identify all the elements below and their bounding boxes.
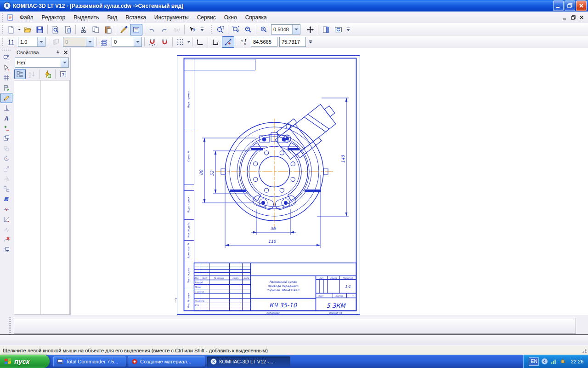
- coordinate-second-field[interactable]: 75.7317: [279, 37, 306, 47]
- zoom-in-out-button[interactable]: [242, 24, 254, 35]
- drawing-sheet[interactable]: Перв. примен. Справ. № Подп. и дата Инв.…: [71, 48, 588, 315]
- copy-properties-button[interactable]: [118, 24, 130, 35]
- properties-selector-arrow[interactable]: [61, 58, 68, 67]
- measure-tool[interactable]: [0, 52, 12, 63]
- minimize-button[interactable]: [553, 0, 564, 11]
- property-bar-field[interactable]: [14, 318, 576, 334]
- network-signal-icon[interactable]: [550, 358, 557, 365]
- state-toolbar-overflow-icon[interactable]: [307, 37, 313, 47]
- zoom-frame-button[interactable]: [214, 24, 226, 35]
- resize-grip[interactable]: [581, 347, 587, 354]
- pencil-edit-tool[interactable]: [0, 93, 12, 103]
- copies-count-combo[interactable]: 0: [63, 37, 94, 47]
- view-toolbar-overflow-icon[interactable]: [345, 24, 351, 35]
- panel-help-button[interactable]: [57, 69, 69, 79]
- zoom-scale-combo[interactable]: 0.5048: [271, 24, 300, 34]
- save-button[interactable]: [34, 24, 46, 35]
- properties-panel-body[interactable]: [14, 80, 70, 315]
- taskbar-button-kompas[interactable]: КОМПАС-3D LT V12 -...: [207, 356, 290, 367]
- viewport-tool[interactable]: [0, 133, 12, 144]
- toolbar-grip[interactable]: [1, 25, 4, 34]
- properties-panel-header[interactable]: Свойства: [13, 48, 70, 57]
- properties-panel-button[interactable]: [130, 24, 142, 35]
- copies-count-icon[interactable]: [50, 36, 62, 48]
- menu-view[interactable]: Вид: [103, 13, 122, 22]
- menu-tools[interactable]: Инструменты: [150, 13, 193, 22]
- tool-panel-grip[interactable]: [2, 49, 11, 52]
- coordinate-first-field[interactable]: 84.5665: [251, 37, 277, 47]
- language-indicator[interactable]: EN: [529, 357, 539, 366]
- dimensions[interactable]: 80 52 140: [199, 98, 349, 248]
- start-button[interactable]: пуск: [0, 355, 50, 368]
- move-copy-tool[interactable]: [0, 144, 12, 154]
- snap-points-button[interactable]: [222, 36, 234, 48]
- doc-minimize-icon[interactable]: [562, 15, 568, 20]
- power-plug-icon[interactable]: [560, 358, 566, 365]
- hatch-fill-tool[interactable]: [0, 194, 12, 204]
- pan-button[interactable]: [304, 24, 317, 35]
- centerlines[interactable]: [215, 119, 333, 228]
- print-task-button[interactable]: [62, 24, 74, 35]
- refresh-image-button[interactable]: [332, 24, 345, 35]
- close-button[interactable]: [576, 0, 587, 11]
- restore-button[interactable]: [565, 0, 575, 11]
- menu-editor[interactable]: Редактор: [38, 13, 70, 22]
- view-toolbar-grip[interactable]: [210, 25, 213, 34]
- paste-button[interactable]: [102, 24, 114, 35]
- menu-insert[interactable]: Вставка: [121, 13, 150, 22]
- copies-count-combo-arrow[interactable]: [86, 37, 94, 46]
- cut-button[interactable]: [77, 24, 90, 35]
- menu-file[interactable]: Файл: [16, 13, 38, 22]
- scale-tool[interactable]: [0, 164, 12, 174]
- rebuild-button[interactable]: [320, 24, 332, 35]
- copy-button[interactable]: [90, 24, 102, 35]
- state-toolbar-grip[interactable]: [1, 38, 4, 46]
- grid-hatch-tool[interactable]: [0, 73, 12, 83]
- select-tool[interactable]: [0, 63, 12, 73]
- title-bar[interactable]: К КОМПАС-3D LT V12 - [Разжимной кулак.cd…: [0, 0, 588, 12]
- properties-selector[interactable]: Нет: [15, 58, 69, 68]
- new-document-button[interactable]: [5, 24, 17, 35]
- preview-button[interactable]: [49, 24, 62, 35]
- taskbar-button-total-commander[interactable]: Total Commander 7.5...: [53, 356, 126, 367]
- grid-dropdown[interactable]: [187, 37, 191, 47]
- text-tool[interactable]: [0, 113, 12, 123]
- variables-button[interactable]: [170, 24, 183, 35]
- mirror-tool[interactable]: [0, 174, 12, 184]
- context-help-button[interactable]: [186, 24, 198, 35]
- cut-line-tool[interactable]: [0, 204, 12, 214]
- current-layer-combo-arrow[interactable]: [134, 37, 141, 46]
- document-system-icon[interactable]: [6, 14, 14, 21]
- new-document-dropdown[interactable]: [17, 24, 21, 35]
- cursor-step-combo-arrow[interactable]: [37, 37, 45, 46]
- menu-window[interactable]: Окно: [220, 13, 241, 22]
- orthogonal-button[interactable]: [209, 36, 222, 48]
- pin-icon[interactable]: [55, 50, 61, 55]
- delete-part-tool[interactable]: [0, 235, 12, 245]
- undo-button[interactable]: [146, 24, 158, 35]
- brake-drum-view[interactable]: [221, 97, 343, 221]
- snap-settings-button[interactable]: [146, 36, 158, 48]
- quick-build-button[interactable]: [42, 69, 53, 79]
- menubar-grip[interactable]: [1, 13, 4, 22]
- grid-button[interactable]: [174, 36, 187, 48]
- current-layer-combo[interactable]: 0: [112, 37, 142, 47]
- plus-minus-tool[interactable]: [0, 123, 12, 133]
- panel-close-icon[interactable]: [63, 50, 68, 55]
- local-cs-button[interactable]: [194, 36, 206, 48]
- redo-button[interactable]: [158, 24, 170, 35]
- sort-az-button[interactable]: [26, 69, 38, 79]
- clone-tool[interactable]: [0, 184, 12, 194]
- verify-tool[interactable]: [0, 83, 12, 93]
- cursor-step-icon[interactable]: [5, 36, 17, 48]
- drawing-canvas[interactable]: Перв. примен. Справ. № Подп. и дата Инв.…: [71, 48, 588, 315]
- snaps-button[interactable]: [158, 36, 171, 48]
- menu-help[interactable]: Справка: [241, 13, 271, 22]
- trim-tool[interactable]: [0, 214, 12, 224]
- menu-select[interactable]: Выделить: [69, 13, 103, 22]
- break-line-tool[interactable]: [0, 224, 12, 235]
- doc-close-icon[interactable]: [579, 15, 584, 20]
- menu-service[interactable]: Сервис: [193, 13, 220, 22]
- taskbar-button-sozdanie-material[interactable]: Создание материал...: [128, 356, 205, 367]
- current-layer-icon[interactable]: [98, 36, 111, 48]
